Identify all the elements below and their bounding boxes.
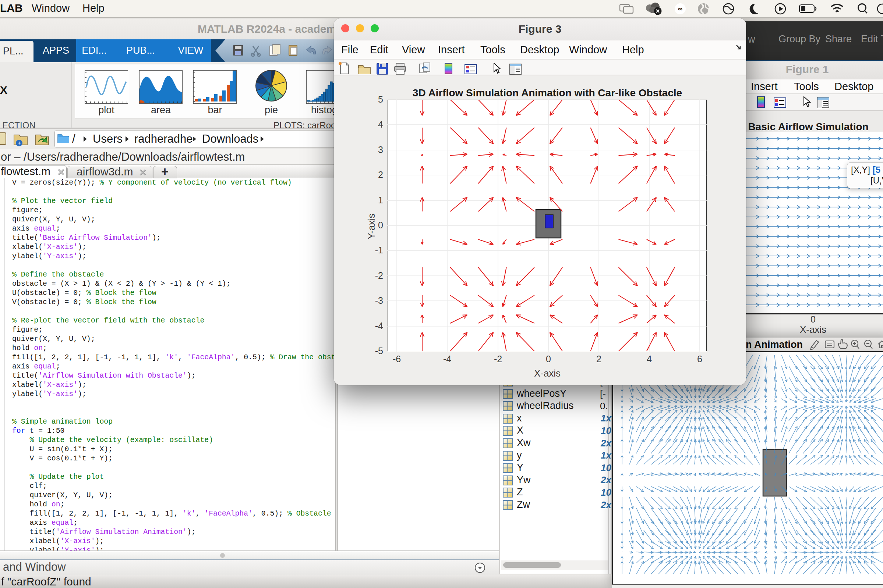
svg-text:∞: ∞ [678,6,682,12]
